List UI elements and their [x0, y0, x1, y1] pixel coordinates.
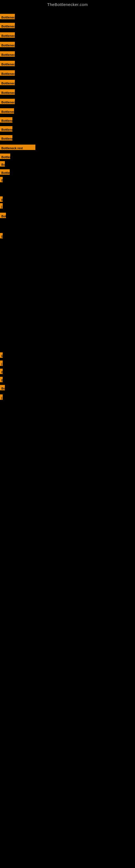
bar-row: B: [0, 196, 3, 202]
bar-row: Bottleneck resu: [0, 14, 15, 19]
bar-row: Bottleneck r: [0, 135, 12, 141]
bar-row: Bottleneck resu: [0, 99, 15, 104]
bar-row: Bottleneck res: [0, 108, 14, 114]
bar-label: Bottleneck rest: [0, 145, 35, 150]
bar-label: Bottleneck resu: [0, 14, 15, 19]
bar-row: |: [0, 394, 3, 400]
bar-row: Bottleneck resu: [0, 23, 15, 28]
bar-row: Bottlene: [0, 154, 10, 159]
bar-row: |: [0, 203, 3, 209]
bar-label: Bottleneck resu: [0, 99, 15, 104]
bar-label: Bottleneck resu: [0, 80, 15, 85]
bar-row: Bottleneck resu: [0, 42, 15, 47]
bar-row: Bo: [0, 385, 5, 390]
bar-row: Bottleneck resu: [0, 51, 15, 57]
bar-row: Bottleneck resu: [0, 32, 15, 38]
bar-label: Bottleneck resu: [0, 89, 15, 95]
bar-row: Bottleneck resu: [0, 80, 15, 85]
bar-label: Bottleneck resu: [0, 42, 15, 47]
bar-label: Bo: [0, 385, 5, 390]
bar-label: Bottleneck resu: [0, 51, 15, 57]
bar-row: Bottleneck resu: [0, 61, 15, 66]
bar-row: Bottleneck resu: [0, 89, 15, 95]
bar-row: B: [0, 177, 3, 182]
bar-row: E: [0, 352, 3, 358]
bar-row: Bottleneck rest: [0, 145, 35, 150]
bar-row: Bottleneck r: [0, 117, 12, 123]
bar-row: |: [0, 361, 3, 366]
bar-label: Bottleneck resu: [0, 61, 15, 66]
bar-row: Bottleneck resu: [0, 70, 15, 76]
bar-label: B: [0, 196, 3, 202]
bar-label: Bottleneck r: [0, 117, 12, 123]
bar-label: Bottleneck r: [0, 126, 12, 131]
bar-row: E: [0, 233, 3, 239]
bar-label: E: [0, 233, 3, 239]
bar-label: Bottleneck r: [0, 135, 12, 141]
bar-label: Bottleneck res: [0, 108, 14, 114]
bar-label: B: [0, 369, 3, 374]
bar-label: E: [0, 352, 3, 358]
bar-label: Bottleneck resu: [0, 70, 15, 76]
bar-row: B: [0, 369, 3, 374]
site-title: TheBottlenecker.com: [0, 0, 135, 8]
bar-label: Bo: [0, 161, 5, 166]
bar-label: |: [0, 361, 3, 366]
bar-label: |: [0, 203, 3, 209]
bar-label: Bottleneck resu: [0, 32, 15, 38]
bar-label: Bott: [0, 213, 6, 218]
bar-label: Bottlene: [0, 154, 10, 159]
bar-label: Bottlen: [0, 169, 10, 175]
bar-label: |: [0, 394, 3, 400]
bar-row: Bott: [0, 213, 6, 218]
bar-label: Bottleneck resu: [0, 23, 15, 28]
bar-label: B: [0, 377, 3, 382]
bar-label: B: [0, 177, 3, 182]
bar-row: B: [0, 377, 3, 382]
bar-row: Bottlen: [0, 169, 10, 175]
bar-row: Bottleneck r: [0, 126, 12, 131]
bar-row: Bo: [0, 161, 5, 166]
